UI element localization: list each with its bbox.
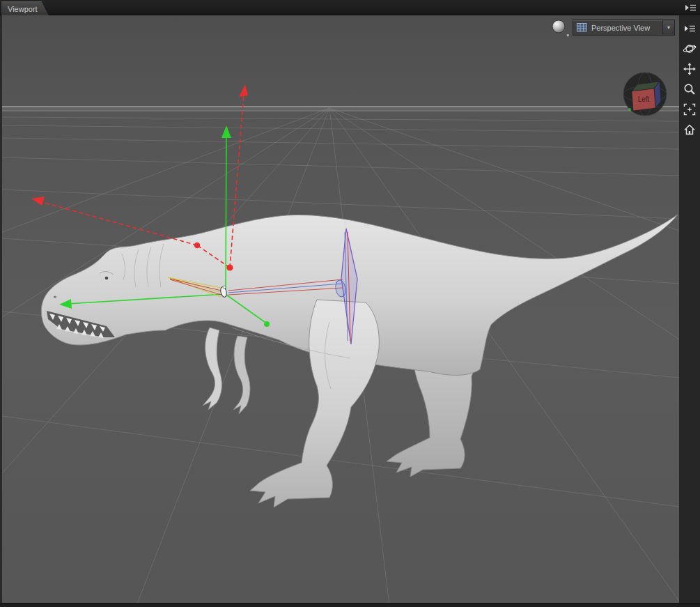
viewport-controls: ▾ Perspective View ▼ (552, 20, 675, 36)
pane-options-icon[interactable] (683, 22, 697, 36)
view-selector-arrow-icon[interactable]: ▼ (662, 20, 674, 35)
drawstyle-selector[interactable]: ▾ (552, 20, 568, 36)
viewport-tab-label: Viewport (8, 5, 38, 13)
viewport-canvas[interactable]: ▾ Perspective View ▼ (2, 15, 679, 603)
trex-near-arm (203, 328, 221, 410)
grid-view-icon (577, 23, 587, 32)
trex-model[interactable] (41, 215, 678, 507)
home-view-icon[interactable] (683, 123, 697, 137)
viewport-tab-bar: Viewport (0, 0, 700, 15)
drawstyle-dropdown-arrow-icon[interactable]: ▾ (566, 33, 569, 38)
frame-tool-icon[interactable] (683, 102, 697, 116)
window-bottom-edge (0, 603, 700, 607)
view-selector-value: Perspective View (591, 24, 662, 32)
shaded-sphere-icon (552, 20, 567, 35)
pan-tool-icon[interactable] (683, 62, 697, 76)
view-cube-face-label: Left (638, 95, 650, 103)
trex-eye (105, 277, 109, 280)
trex-far-arm (233, 336, 250, 414)
viewport-tab[interactable]: Viewport (1, 1, 49, 15)
pane-menu-icon[interactable] (684, 2, 697, 13)
view-cube[interactable]: Left (621, 70, 669, 118)
view-selector-dropdown[interactable]: Perspective View ▼ (573, 20, 675, 36)
viewport-toolbar (679, 15, 700, 603)
zoom-tool-icon[interactable] (683, 82, 697, 96)
scene-3d[interactable] (2, 15, 679, 603)
orbit-tool-icon[interactable] (683, 42, 697, 56)
application-window: Viewport (0, 0, 700, 607)
